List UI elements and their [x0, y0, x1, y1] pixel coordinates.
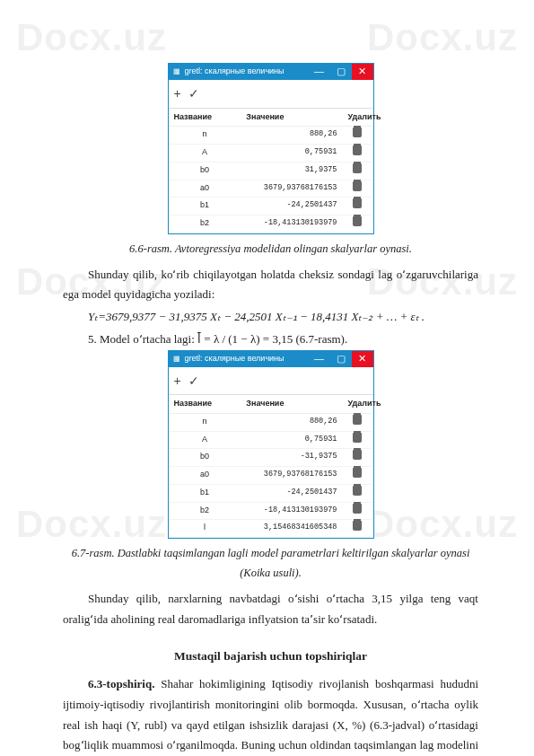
- table-row: a0: [169, 180, 241, 198]
- close-button[interactable]: ✕: [352, 64, 373, 80]
- delete-row-button[interactable]: [342, 503, 372, 521]
- table-row: -18,413130193979: [241, 215, 342, 233]
- add-button[interactable]: +: [174, 83, 181, 105]
- add-button[interactable]: +: [174, 370, 181, 392]
- table-row: b2: [169, 503, 241, 521]
- table-row: A: [169, 432, 241, 450]
- trash-icon: [353, 521, 362, 531]
- maximize-button[interactable]: ▢: [330, 351, 352, 367]
- scalars-table: Название Значение Удалить n 880,26 A 0,7…: [169, 109, 373, 233]
- table-row: b1: [169, 198, 241, 215]
- page-content: ▦ gretl: скалярные величины — ▢ ✕ + ✓ На…: [0, 0, 534, 756]
- app-icon: ▦: [172, 355, 181, 364]
- figure-caption: 6.7-rasm. Dastlabki taqsimlangan lagli m…: [63, 544, 478, 584]
- delete-row-button[interactable]: [342, 180, 372, 198]
- table-row: 3679,93768176153: [241, 467, 342, 485]
- section-heading: Mustaqil bajarish uchun topshiriqlar: [63, 646, 478, 667]
- table-row: A: [169, 145, 241, 163]
- delete-row-button[interactable]: [342, 198, 372, 215]
- table-row: n: [169, 127, 241, 145]
- window-title: gretl: скалярные величины: [185, 352, 309, 366]
- table-row: -31,9375: [241, 449, 342, 467]
- figure-caption: 6.6-rasm. Avtoregressiya modelidan oling…: [63, 240, 478, 259]
- minimize-button[interactable]: —: [309, 64, 330, 80]
- delete-row-button[interactable]: [342, 449, 372, 467]
- table-row: -24,2501437: [241, 198, 342, 215]
- gretl-window-1: ▦ gretl: скалярные величины — ▢ ✕ + ✓ На…: [168, 63, 374, 234]
- table-row: 880,26: [241, 414, 342, 432]
- maximize-button[interactable]: ▢: [330, 64, 352, 80]
- table-row: b0: [169, 163, 241, 180]
- table-row: l: [169, 520, 241, 538]
- paragraph: Shunday qilib, narxlarning navbatdagi oʻ…: [63, 589, 478, 630]
- scalars-table: Название Значение Удалить n 880,26 A 0,7…: [169, 395, 373, 538]
- table-row: a0: [169, 467, 241, 485]
- app-icon: ▦: [172, 67, 181, 76]
- table-row: -24,2501437: [241, 485, 342, 503]
- close-button[interactable]: ✕: [352, 351, 373, 367]
- titlebar: ▦ gretl: скалярные величины — ▢ ✕: [169, 351, 373, 367]
- trash-icon: [353, 433, 362, 443]
- trash-icon: [353, 486, 362, 496]
- col-value: Значение: [241, 395, 342, 414]
- delete-row-button[interactable]: [342, 127, 372, 145]
- task-label: 6.3-topshiriq.: [88, 677, 154, 690]
- table-row: n: [169, 414, 241, 432]
- table-row: b0: [169, 449, 241, 467]
- gretl-window-2: ▦ gretl: скалярные величины — ▢ ✕ + ✓ На…: [168, 350, 374, 540]
- minimize-button[interactable]: —: [309, 351, 330, 367]
- col-name: Название: [169, 109, 241, 127]
- col-value: Значение: [241, 109, 342, 127]
- trash-icon: [353, 198, 362, 208]
- paragraph: Shunday qilib, koʻrib chiqilayotgan hola…: [63, 265, 478, 306]
- col-name: Название: [169, 395, 241, 414]
- delete-row-button[interactable]: [342, 215, 372, 233]
- trash-icon: [353, 163, 362, 173]
- formula: Yₜ=3679,9377 − 31,9375 Xₜ − 24,2501 Xₜ₋₁…: [63, 307, 478, 328]
- toolbar: + ✓: [169, 80, 373, 109]
- delete-row-button[interactable]: [342, 163, 372, 180]
- table-row: 0,75931: [241, 145, 342, 163]
- confirm-button[interactable]: ✓: [188, 370, 199, 392]
- delete-row-button[interactable]: [342, 520, 372, 538]
- table-row: 0,75931: [241, 432, 342, 450]
- table-row: 3679,93768176153: [241, 180, 342, 198]
- trash-icon: [353, 450, 362, 460]
- table-row: 880,26: [241, 127, 342, 145]
- delete-row-button[interactable]: [342, 432, 372, 450]
- table-row: b1: [169, 485, 241, 503]
- table-row: 31,9375: [241, 163, 342, 180]
- table-row: -18,413130193979: [241, 503, 342, 521]
- window-title: gretl: скалярные величины: [185, 65, 309, 79]
- confirm-button[interactable]: ✓: [188, 83, 199, 105]
- trash-icon: [353, 216, 362, 226]
- paragraph: 5. Model oʻrtacha lagi: l̄ = λ / (1 − λ)…: [63, 330, 478, 350]
- trash-icon: [353, 127, 362, 137]
- delete-row-button[interactable]: [342, 467, 372, 485]
- table-row: 3,15468341605348: [241, 520, 342, 538]
- table-row: b2: [169, 215, 241, 233]
- trash-icon: [353, 504, 362, 514]
- toolbar: + ✓: [169, 367, 373, 396]
- col-delete: Удалить: [342, 109, 372, 127]
- trash-icon: [353, 181, 362, 191]
- trash-icon: [353, 145, 362, 155]
- trash-icon: [353, 415, 362, 425]
- col-delete: Удалить: [342, 395, 372, 414]
- delete-row-button[interactable]: [342, 145, 372, 163]
- delete-row-button[interactable]: [342, 485, 372, 503]
- task-paragraph: 6.3-topshiriq. Shahar hokimligining Iqti…: [63, 674, 478, 756]
- titlebar: ▦ gretl: скалярные величины — ▢ ✕: [169, 64, 373, 80]
- delete-row-button[interactable]: [342, 414, 372, 432]
- trash-icon: [353, 468, 362, 478]
